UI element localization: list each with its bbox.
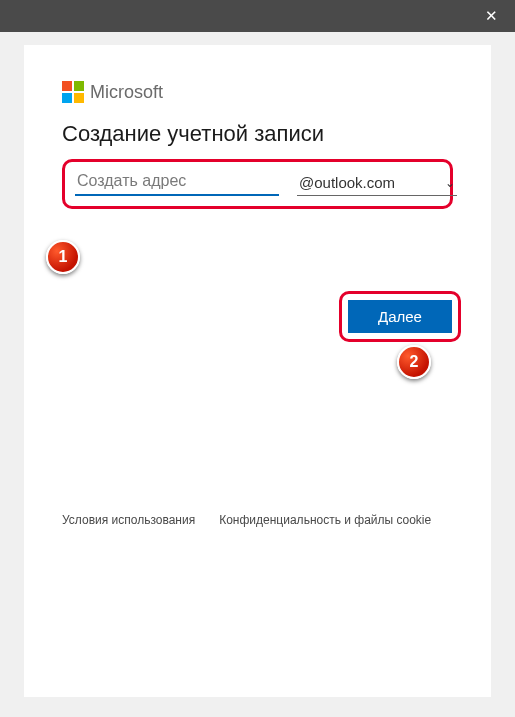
annotation-badge-2: 2 [397,345,431,379]
annotation-badge-1: 1 [46,240,80,274]
page-title: Создание учетной записи [62,121,453,147]
next-button-callout: Далее [339,291,461,342]
brand-row: Microsoft [62,81,453,103]
next-button[interactable]: Далее [348,300,452,333]
dialog-window: Microsoft Создание учетной записи @outlo… [24,45,491,697]
domain-select[interactable]: @outlook.com ⌄ [297,170,457,196]
email-input[interactable] [75,168,279,196]
titlebar: ✕ [0,0,515,32]
close-icon[interactable]: ✕ [481,7,501,25]
microsoft-logo-icon [62,81,84,103]
privacy-link[interactable]: Конфиденциальность и файлы cookie [219,513,431,527]
terms-link[interactable]: Условия использования [62,513,195,527]
brand-name: Microsoft [90,82,163,103]
chevron-down-icon: ⌄ [445,176,455,190]
email-row-callout: @outlook.com ⌄ [62,159,453,209]
footer-links: Условия использования Конфиденциальность… [62,513,431,527]
domain-text: @outlook.com [299,174,395,191]
dialog-content: Microsoft Создание учетной записи @outlo… [24,45,491,209]
